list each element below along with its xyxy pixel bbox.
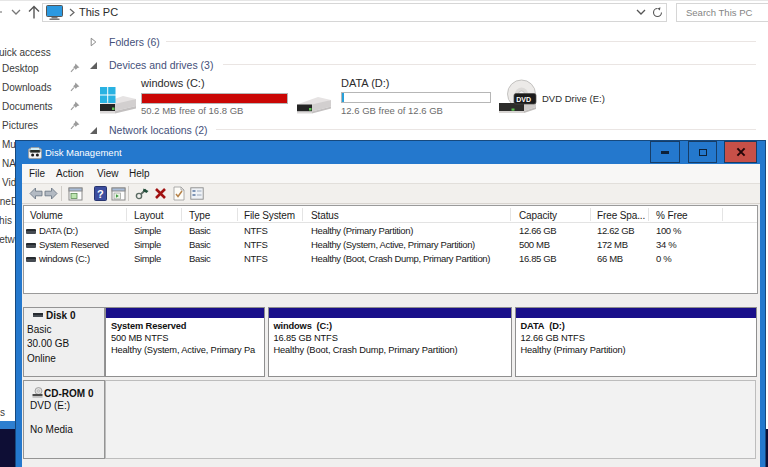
svg-text:?: ? (97, 188, 104, 200)
svg-text:DVD: DVD (516, 96, 531, 103)
